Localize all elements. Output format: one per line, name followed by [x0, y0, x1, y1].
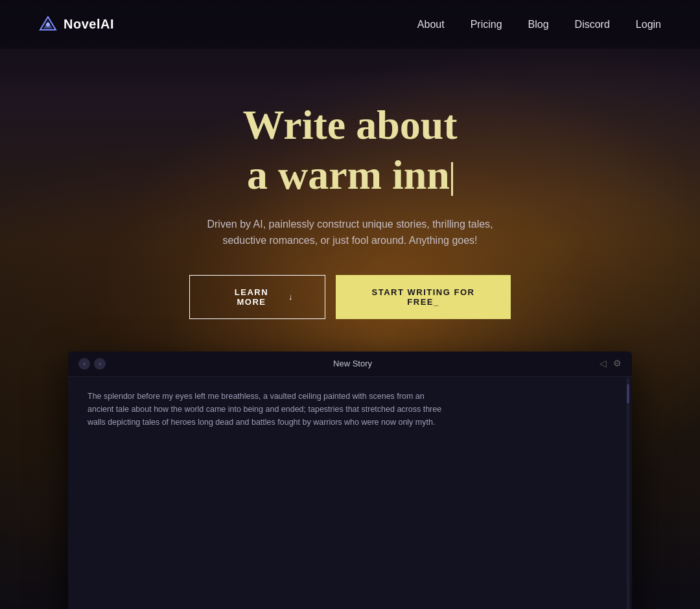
editor-settings-icon[interactable]: ⚙ [613, 358, 622, 369]
hero-subtitle: Driven by AI, painlessly construct uniqu… [207, 216, 493, 249]
start-writing-button[interactable]: START WRITING FOR FREE_ [336, 275, 511, 319]
navbar: NovelAI About Pricing Blog Discord Login [0, 0, 700, 49]
nav-link-blog[interactable]: Blog [528, 19, 549, 30]
nav-link-login[interactable]: Login [636, 19, 661, 30]
hero-section: Write about a warm inn Driven by AI, pai… [0, 49, 700, 352]
editor-topbar: ‹ › New Story ◁ ⚙ [68, 352, 632, 377]
editor-topbar-right: ◁ ⚙ [600, 358, 622, 369]
editor-container: ‹ › New Story ◁ ⚙ The splendor before my… [68, 352, 632, 609]
hero-buttons: LEARN MORE ↓ START WRITING FOR FREE_ [189, 275, 511, 319]
editor-scrollbar[interactable] [627, 377, 629, 609]
hero-title-line2: a warm inn [242, 150, 457, 200]
nav-link-discord[interactable]: Discord [575, 19, 610, 30]
editor-scrollbar-thumb [627, 384, 629, 403]
nav-links: About Pricing Blog Discord Login [417, 19, 661, 30]
chevron-right-icon: › [99, 361, 101, 367]
logo[interactable]: NovelAI [39, 16, 114, 34]
nav-link-about[interactable]: About [417, 19, 445, 30]
logo-text: NovelAI [64, 17, 114, 32]
hero-title: Write about a warm inn [242, 101, 457, 200]
editor-nav-prev[interactable]: ‹ [78, 358, 90, 370]
editor-topbar-left: ‹ › [78, 358, 106, 370]
novelai-logo-icon [39, 16, 57, 34]
editor-title: New Story [333, 359, 372, 368]
editor-expand-icon[interactable]: ◁ [600, 358, 607, 369]
svg-point-2 [46, 23, 50, 27]
hero-title-line1: Write about [242, 101, 457, 150]
chevron-left-icon: ‹ [84, 361, 86, 367]
editor-nav-next[interactable]: › [94, 358, 106, 370]
editor-text: The splendor before my eyes left me brea… [88, 390, 450, 429]
arrow-down-icon: ↓ [288, 292, 294, 302]
editor-body[interactable]: The splendor before my eyes left me brea… [68, 377, 632, 609]
nav-link-pricing[interactable]: Pricing [471, 19, 502, 30]
cursor [451, 162, 453, 196]
learn-more-button[interactable]: LEARN MORE ↓ [189, 275, 325, 319]
